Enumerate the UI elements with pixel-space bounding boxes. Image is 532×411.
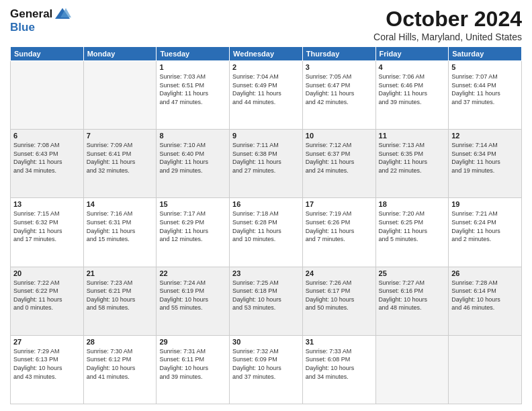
day-number: 4 [379, 63, 446, 71]
day-number: 8 [159, 132, 226, 140]
day-info: Sunrise: 7:16 AMSunset: 6:31 PMDaylight:… [87, 210, 154, 243]
header: General Blue October 2024 Coral Hills, M… [10, 7, 522, 42]
calendar-cell: 25Sunrise: 7:27 AMSunset: 6:16 PMDayligh… [375, 267, 449, 335]
day-number: 3 [306, 63, 373, 71]
calendar-cell: 15Sunrise: 7:17 AMSunset: 6:29 PMDayligh… [157, 198, 230, 267]
calendar-cell: 23Sunrise: 7:25 AMSunset: 6:18 PMDayligh… [230, 267, 303, 335]
day-number: 28 [87, 338, 154, 346]
day-info: Sunrise: 7:03 AMSunset: 6:51 PMDaylight:… [159, 73, 226, 106]
calendar-cell: 7Sunrise: 7:09 AMSunset: 6:41 PMDaylight… [83, 130, 157, 198]
day-info: Sunrise: 7:25 AMSunset: 6:18 PMDaylight:… [232, 279, 300, 312]
day-info: Sunrise: 7:32 AMSunset: 6:09 PMDaylight:… [232, 347, 300, 381]
calendar-cell: 9Sunrise: 7:11 AMSunset: 6:38 PMDaylight… [230, 130, 303, 198]
day-info: Sunrise: 7:15 AMSunset: 6:32 PMDaylight:… [13, 210, 81, 243]
day-number: 14 [87, 200, 154, 208]
day-info: Sunrise: 7:24 AMSunset: 6:19 PMDaylight:… [159, 279, 226, 312]
day-number: 24 [306, 269, 373, 277]
calendar-cell [449, 335, 522, 404]
day-info: Sunrise: 7:07 AMSunset: 6:44 PMDaylight:… [451, 73, 519, 106]
calendar-week-row: 6Sunrise: 7:08 AMSunset: 6:43 PMDaylight… [11, 130, 522, 198]
weekday-header: Thursday [302, 47, 375, 61]
calendar-cell: 27Sunrise: 7:29 AMSunset: 6:13 PMDayligh… [11, 335, 84, 404]
weekday-header: Friday [375, 47, 449, 61]
calendar-cell: 10Sunrise: 7:12 AMSunset: 6:37 PMDayligh… [302, 130, 375, 198]
day-number: 21 [87, 269, 154, 277]
day-info: Sunrise: 7:12 AMSunset: 6:37 PMDaylight:… [306, 141, 373, 175]
day-info: Sunrise: 7:13 AMSunset: 6:35 PMDaylight:… [379, 141, 446, 175]
day-info: Sunrise: 7:14 AMSunset: 6:34 PMDaylight:… [451, 141, 519, 175]
day-number: 10 [306, 132, 373, 140]
calendar-week-row: 13Sunrise: 7:15 AMSunset: 6:32 PMDayligh… [11, 198, 522, 267]
day-info: Sunrise: 7:27 AMSunset: 6:16 PMDaylight:… [379, 279, 446, 312]
logo: General Blue [10, 7, 71, 34]
calendar-cell: 14Sunrise: 7:16 AMSunset: 6:31 PMDayligh… [83, 198, 157, 267]
calendar-cell: 4Sunrise: 7:06 AMSunset: 6:46 PMDaylight… [375, 61, 449, 130]
calendar-cell: 28Sunrise: 7:30 AMSunset: 6:12 PMDayligh… [83, 335, 157, 404]
calendar-cell: 2Sunrise: 7:04 AMSunset: 6:49 PMDaylight… [230, 61, 303, 130]
page: General Blue October 2024 Coral Hills, M… [0, 0, 532, 411]
day-info: Sunrise: 7:05 AMSunset: 6:47 PMDaylight:… [306, 73, 373, 106]
day-number: 22 [159, 269, 226, 277]
weekday-header: Monday [83, 47, 157, 61]
calendar-week-row: 27Sunrise: 7:29 AMSunset: 6:13 PMDayligh… [11, 335, 522, 404]
calendar-cell: 31Sunrise: 7:33 AMSunset: 6:08 PMDayligh… [302, 335, 375, 404]
calendar-cell: 16Sunrise: 7:18 AMSunset: 6:28 PMDayligh… [230, 198, 303, 267]
day-info: Sunrise: 7:26 AMSunset: 6:17 PMDaylight:… [306, 279, 373, 312]
weekday-header: Sunday [11, 47, 84, 61]
month-title: October 2024 [373, 7, 522, 32]
day-info: Sunrise: 7:08 AMSunset: 6:43 PMDaylight:… [13, 141, 81, 175]
day-number: 18 [379, 200, 446, 208]
calendar-table: SundayMondayTuesdayWednesdayThursdayFrid… [10, 46, 522, 404]
day-number: 7 [87, 132, 154, 140]
day-info: Sunrise: 7:23 AMSunset: 6:21 PMDaylight:… [87, 279, 154, 312]
day-info: Sunrise: 7:31 AMSunset: 6:11 PMDaylight:… [159, 347, 226, 381]
calendar-cell: 13Sunrise: 7:15 AMSunset: 6:32 PMDayligh… [11, 198, 84, 267]
weekday-header: Wednesday [230, 47, 303, 61]
day-info: Sunrise: 7:33 AMSunset: 6:08 PMDaylight:… [306, 347, 373, 381]
day-info: Sunrise: 7:10 AMSunset: 6:40 PMDaylight:… [159, 141, 226, 175]
day-info: Sunrise: 7:20 AMSunset: 6:25 PMDaylight:… [379, 210, 446, 243]
day-number: 30 [232, 338, 300, 346]
day-number: 29 [159, 338, 226, 346]
day-number: 1 [159, 63, 226, 71]
calendar-cell [375, 335, 449, 404]
calendar-cell: 11Sunrise: 7:13 AMSunset: 6:35 PMDayligh… [375, 130, 449, 198]
day-number: 15 [159, 200, 226, 208]
day-info: Sunrise: 7:09 AMSunset: 6:41 PMDaylight:… [87, 141, 154, 175]
day-info: Sunrise: 7:29 AMSunset: 6:13 PMDaylight:… [13, 347, 81, 381]
day-number: 2 [232, 63, 300, 71]
calendar-cell: 5Sunrise: 7:07 AMSunset: 6:44 PMDaylight… [449, 61, 522, 130]
calendar-cell: 22Sunrise: 7:24 AMSunset: 6:19 PMDayligh… [157, 267, 230, 335]
day-info: Sunrise: 7:22 AMSunset: 6:22 PMDaylight:… [13, 279, 81, 312]
weekday-header: Tuesday [157, 47, 230, 61]
calendar-cell: 6Sunrise: 7:08 AMSunset: 6:43 PMDaylight… [11, 130, 84, 198]
calendar-cell: 8Sunrise: 7:10 AMSunset: 6:40 PMDaylight… [157, 130, 230, 198]
day-number: 16 [232, 200, 300, 208]
day-info: Sunrise: 7:28 AMSunset: 6:14 PMDaylight:… [451, 279, 519, 312]
day-info: Sunrise: 7:17 AMSunset: 6:29 PMDaylight:… [159, 210, 226, 243]
logo-blue: Blue [10, 21, 71, 34]
day-number: 27 [13, 338, 81, 346]
calendar-week-row: 20Sunrise: 7:22 AMSunset: 6:22 PMDayligh… [11, 267, 522, 335]
day-number: 5 [451, 63, 519, 71]
day-number: 11 [379, 132, 446, 140]
day-info: Sunrise: 7:06 AMSunset: 6:46 PMDaylight:… [379, 73, 446, 106]
calendar-cell: 21Sunrise: 7:23 AMSunset: 6:21 PMDayligh… [83, 267, 157, 335]
day-info: Sunrise: 7:11 AMSunset: 6:38 PMDaylight:… [232, 141, 300, 175]
calendar-cell: 26Sunrise: 7:28 AMSunset: 6:14 PMDayligh… [449, 267, 522, 335]
day-number: 17 [306, 200, 373, 208]
logo-icon [54, 7, 71, 21]
day-number: 23 [232, 269, 300, 277]
calendar-cell: 20Sunrise: 7:22 AMSunset: 6:22 PMDayligh… [11, 267, 84, 335]
day-number: 6 [13, 132, 81, 140]
calendar-cell: 17Sunrise: 7:19 AMSunset: 6:26 PMDayligh… [302, 198, 375, 267]
day-number: 9 [232, 132, 300, 140]
day-info: Sunrise: 7:18 AMSunset: 6:28 PMDaylight:… [232, 210, 300, 243]
calendar-cell [83, 61, 157, 130]
day-number: 25 [379, 269, 446, 277]
day-number: 20 [13, 269, 81, 277]
day-number: 19 [451, 200, 519, 208]
calendar-cell: 18Sunrise: 7:20 AMSunset: 6:25 PMDayligh… [375, 198, 449, 267]
header-row: SundayMondayTuesdayWednesdayThursdayFrid… [11, 47, 522, 61]
weekday-header: Saturday [449, 47, 522, 61]
